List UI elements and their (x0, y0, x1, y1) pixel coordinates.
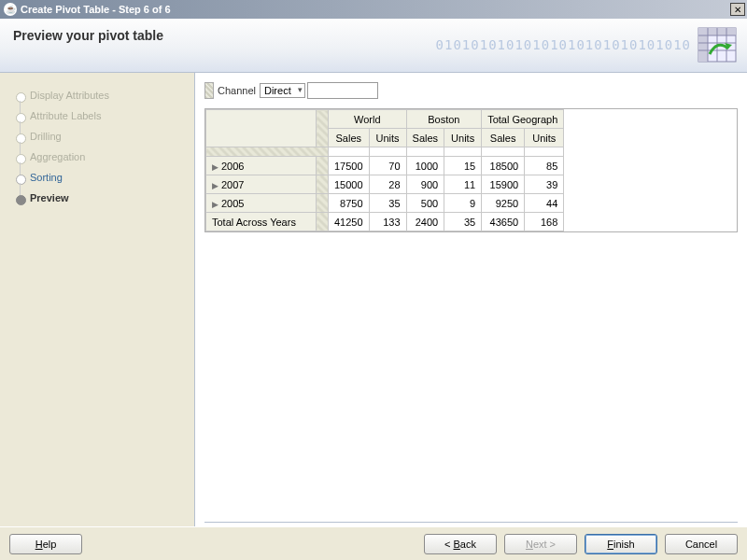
row-header[interactable]: ▶2007 (206, 175, 317, 194)
data-cell: 35 (369, 194, 406, 213)
wizard-footer: Help < Back Next > Finish Cancel (0, 526, 747, 560)
wizard-step-attribute-labels[interactable]: Attribute Labels (13, 106, 187, 127)
window-title: Create Pivot Table - Step 6 of 6 (21, 4, 171, 15)
wizard-header: Preview your pivot table 010101010101010… (0, 19, 747, 73)
help-button[interactable]: Help (9, 534, 82, 554)
wizard-step-preview: Preview (13, 189, 187, 209)
help-label-rest: elp (43, 539, 57, 550)
svg-rect-2 (698, 28, 708, 62)
data-cell: 15 (444, 157, 482, 175)
column-sub-header[interactable]: Sales (482, 129, 525, 147)
column-drag-grip[interactable] (317, 110, 329, 147)
titlebar: ☕ Create Pivot Table - Step 6 of 6 ✕ (0, 0, 747, 19)
wizard-step-label: Attribute Labels (30, 110, 101, 121)
data-cell: 17500 (329, 157, 370, 175)
wizard-step-label: Preview (30, 192, 69, 203)
wizard-step-drilling[interactable]: Drilling (13, 127, 187, 147)
column-sub-header[interactable]: Units (444, 129, 482, 147)
column-sub-header[interactable]: Sales (406, 129, 444, 147)
wizard-step-sorting[interactable]: Sorting (13, 168, 187, 189)
total-cell: 2400 (406, 213, 444, 231)
finish-button[interactable]: Finish (585, 534, 657, 554)
filter-dimension-label: Channel (214, 85, 260, 96)
data-cell: 9250 (482, 194, 525, 213)
filter-value-text: Direct (264, 85, 291, 96)
data-cell: 15000 (329, 175, 370, 194)
data-cell: 18500 (482, 157, 525, 175)
data-cell: 15900 (482, 175, 525, 194)
data-cell: 11 (444, 175, 482, 194)
row-grip[interactable] (317, 157, 329, 175)
back-button[interactable]: < Back (424, 534, 497, 554)
total-cell: 41250 (329, 213, 370, 231)
pivot-corner (206, 110, 317, 147)
content-area: Channel Direct WorldBostonTotal Geograph… (194, 73, 747, 526)
data-cell: 44 (525, 194, 564, 213)
data-cell: 70 (369, 157, 406, 175)
row-drag-grip[interactable] (206, 147, 329, 157)
drag-grip-icon[interactable] (204, 82, 214, 99)
data-cell: 9 (444, 194, 482, 213)
total-row-header: Total Across Years (206, 213, 317, 231)
column-sub-header[interactable]: Sales (329, 129, 370, 147)
cancel-label: Cancel (685, 539, 717, 550)
row-grip[interactable] (317, 175, 329, 194)
column-group-header[interactable]: Total Geograph (482, 110, 564, 129)
data-cell: 1000 (406, 157, 444, 175)
next-button: Next > (504, 534, 577, 554)
row-grip[interactable] (317, 194, 329, 213)
close-button[interactable]: ✕ (730, 3, 745, 16)
wizard-steps-sidebar: Display AttributesAttribute LabelsDrilli… (0, 73, 194, 526)
total-cell: 43650 (482, 213, 525, 231)
wizard-step-label: Aggregation (30, 151, 85, 162)
wizard-step-label: Drilling (30, 131, 62, 142)
row-header[interactable]: ▶2005 (206, 194, 317, 213)
data-cell: 500 (406, 194, 444, 213)
filter-empty-slot[interactable] (307, 82, 378, 99)
wizard-step-aggregation[interactable]: Aggregation (13, 147, 187, 168)
total-cell: 133 (369, 213, 406, 231)
page-filter-bar: Channel Direct (204, 82, 738, 99)
expand-icon[interactable]: ▶ (212, 181, 221, 190)
column-group-header[interactable]: Boston (406, 110, 482, 129)
total-cell: 168 (525, 213, 564, 231)
total-cell: 35 (444, 213, 482, 231)
pivot-table: WorldBostonTotal GeographSalesUnitsSales… (204, 108, 738, 232)
data-cell: 8750 (329, 194, 370, 213)
filter-value-select[interactable]: Direct (260, 83, 305, 98)
pivot-icon (697, 26, 738, 63)
wizard-step-label: Display Attributes (30, 90, 109, 101)
row-grip[interactable] (317, 213, 329, 231)
row-header[interactable]: ▶2006 (206, 157, 317, 175)
column-sub-header[interactable]: Units (525, 129, 564, 147)
expand-icon[interactable]: ▶ (212, 162, 221, 172)
data-cell: 28 (369, 175, 406, 194)
data-cell: 85 (525, 157, 564, 175)
data-cell: 900 (406, 175, 444, 194)
data-cell: 39 (525, 175, 564, 194)
app-icon: ☕ (4, 3, 17, 16)
column-sub-header[interactable]: Units (369, 129, 406, 147)
column-group-header[interactable]: World (329, 110, 407, 129)
wizard-step-link[interactable]: Sorting (30, 172, 63, 183)
wizard-step-display-attributes[interactable]: Display Attributes (13, 86, 187, 106)
header-decoration: 01010101010101010101010101010 (436, 37, 691, 52)
cancel-button[interactable]: Cancel (665, 534, 738, 554)
expand-icon[interactable]: ▶ (212, 200, 221, 209)
